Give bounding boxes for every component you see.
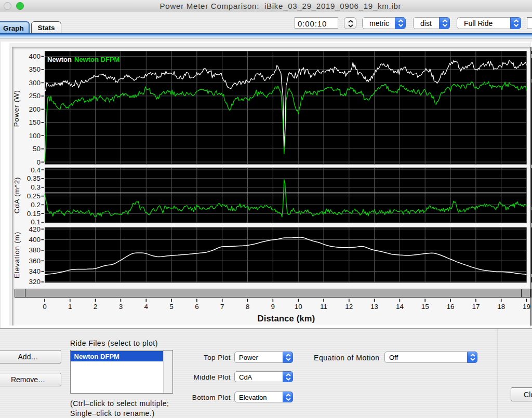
svg-text:8: 8: [246, 303, 250, 311]
svg-text:0.2: 0.2: [31, 201, 41, 209]
svg-text:17: 17: [472, 303, 480, 311]
svg-text:12: 12: [345, 303, 353, 311]
svg-text:340: 340: [29, 267, 41, 275]
svg-text:200: 200: [29, 105, 41, 113]
svg-text:Power (W): Power (W): [13, 90, 21, 127]
svg-text:Elevation (m): Elevation (m): [13, 232, 21, 278]
svg-text:6: 6: [195, 303, 199, 311]
svg-text:0: 0: [43, 303, 47, 311]
svg-text:350: 350: [29, 65, 41, 73]
svg-text:100: 100: [29, 132, 41, 140]
svg-text:0.25: 0.25: [27, 192, 41, 200]
svg-text:300: 300: [29, 79, 41, 87]
svg-text:13: 13: [370, 303, 378, 311]
svg-text:9: 9: [271, 303, 275, 311]
svg-text:320: 320: [29, 278, 41, 286]
svg-text:18: 18: [497, 303, 505, 311]
svg-text:360: 360: [29, 257, 41, 265]
svg-text:50: 50: [33, 145, 41, 153]
svg-text:14: 14: [396, 303, 404, 311]
svg-text:0.15: 0.15: [27, 210, 41, 218]
svg-text:16: 16: [447, 303, 455, 311]
svg-text:0.35: 0.35: [27, 174, 41, 182]
svg-text:1: 1: [68, 303, 72, 311]
svg-text:2: 2: [94, 303, 98, 311]
svg-text:Distance (km): Distance (km): [258, 314, 315, 323]
svg-text:380: 380: [29, 246, 41, 254]
svg-text:Newton DFPM: Newton DFPM: [74, 56, 119, 63]
svg-text:7: 7: [220, 303, 224, 311]
svg-text:11: 11: [320, 303, 327, 311]
svg-text:CdA (m^2): CdA (m^2): [13, 177, 21, 214]
svg-text:400: 400: [29, 236, 41, 244]
svg-text:5: 5: [169, 303, 174, 311]
svg-text:420: 420: [29, 225, 41, 233]
svg-text:0.3: 0.3: [31, 183, 41, 191]
svg-text:Newton: Newton: [47, 56, 72, 63]
svg-text:250: 250: [29, 92, 41, 100]
svg-text:0: 0: [36, 158, 41, 166]
svg-text:10: 10: [295, 303, 302, 311]
svg-text:400: 400: [29, 52, 41, 60]
svg-text:15: 15: [421, 303, 429, 311]
svg-text:150: 150: [29, 118, 41, 126]
svg-text:4: 4: [144, 303, 149, 311]
svg-text:19: 19: [523, 303, 530, 311]
svg-text:3: 3: [119, 303, 123, 311]
svg-text:0.4: 0.4: [31, 166, 41, 174]
